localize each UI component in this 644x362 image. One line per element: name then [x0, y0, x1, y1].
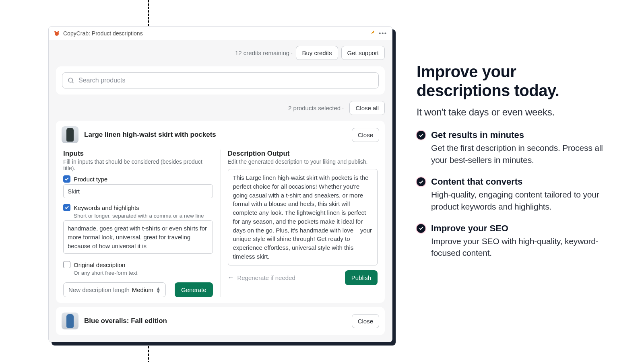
length-select[interactable]: New description length Medium ▲▼: [63, 282, 166, 297]
generate-button[interactable]: Generate: [175, 282, 213, 297]
original-desc-label: Original description: [74, 261, 125, 268]
bullet-title: Improve your SEO: [431, 223, 610, 234]
pin-icon[interactable]: [370, 30, 376, 37]
product-thumbnail: [62, 313, 78, 329]
guide-line-bottom: [148, 342, 149, 362]
product-type-label: Product type: [74, 176, 107, 183]
search-placeholder: Search products: [78, 77, 126, 84]
output-heading: Description Output: [228, 150, 378, 158]
keywords-label: Keywords and highlights: [74, 204, 139, 211]
product-header: Large linen high-waist skirt with pocket…: [62, 126, 379, 143]
product-thumbnail: [62, 126, 78, 143]
credits-remaining: 12 credits remaining ·: [235, 49, 293, 56]
svg-point-2: [58, 31, 59, 33]
check-circle-icon: [417, 224, 425, 233]
bullet-body: Improve your SEO with high-quality, keyw…: [431, 235, 610, 259]
get-support-button[interactable]: Get support: [341, 46, 385, 60]
svg-point-3: [68, 78, 73, 82]
original-desc-checkbox[interactable]: [63, 261, 70, 268]
regenerate-label: Regenerate if needed: [237, 274, 295, 281]
product-card-2: Blue overalls: Fall edition Close: [56, 307, 385, 335]
promo-bullet: Get results in minutes Get the first des…: [417, 130, 610, 166]
promo-bullet: Improve your SEO Improve your SEO with h…: [417, 223, 610, 259]
app-icon: [54, 30, 60, 37]
search-input[interactable]: Search products: [62, 72, 379, 88]
check-circle-icon: [417, 131, 425, 140]
close-all-button[interactable]: Close all: [349, 101, 385, 115]
selection-count: 2 products selected ·: [288, 105, 344, 111]
length-prefix: New description length: [68, 286, 130, 293]
canvas: CopyCrab: Product descriptions ••• 12 cr…: [0, 0, 644, 362]
output-column: Description Output Edit the generated de…: [221, 150, 380, 297]
keywords-checkbox[interactable]: [63, 204, 70, 211]
app-title: CopyCrab: Product descriptions: [63, 30, 143, 37]
search-icon: [67, 77, 74, 84]
length-value: Medium: [132, 286, 153, 293]
original-desc-hint: Or any short free-form text: [74, 270, 213, 276]
output-textarea[interactable]: This Large linen high-waist skirt with p…: [228, 169, 378, 265]
publish-button[interactable]: Publish: [345, 270, 378, 285]
check-circle-icon: [417, 177, 425, 186]
regenerate-link[interactable]: ← Regenerate if needed: [228, 274, 295, 281]
product-title: Blue overalls: Fall edition: [84, 317, 346, 325]
inputs-heading: Inputs: [63, 150, 213, 158]
close-product-button[interactable]: Close: [352, 314, 379, 328]
bullet-body: Get the first description in seconds. Pr…: [431, 142, 610, 166]
promo-subheading: It won't take days or even weeks.: [417, 107, 610, 118]
inputs-column: Inputs Fill in inputs that should be con…: [62, 150, 221, 297]
product-header: Blue overalls: Fall edition Close: [62, 313, 379, 329]
sort-icon: ▲▼: [156, 287, 161, 293]
product-type-input[interactable]: [63, 184, 213, 198]
bullet-title: Get results in minutes: [431, 130, 610, 140]
arrow-left-icon: ←: [228, 274, 234, 281]
inputs-subheading: Fill in inputs that should be considered…: [63, 158, 213, 171]
close-product-button[interactable]: Close: [352, 128, 379, 142]
product-type-checkbox[interactable]: [63, 175, 70, 183]
keywords-textarea[interactable]: [63, 220, 213, 254]
promo-heading: Improve your descriptions today.: [417, 62, 610, 100]
more-menu-icon[interactable]: •••: [379, 30, 387, 37]
topbar: 12 credits remaining · Buy credits Get s…: [49, 40, 392, 64]
svg-point-1: [54, 31, 56, 33]
promo-bullet: Content that converts High-quality, enga…: [417, 177, 610, 213]
bullet-body: High-quality, engaging content tailored …: [431, 189, 610, 213]
keywords-hint: Short or longer, separated with a comma …: [74, 213, 213, 219]
output-subheading: Edit the generated description to your l…: [228, 158, 378, 165]
app-panel: CopyCrab: Product descriptions ••• 12 cr…: [48, 26, 392, 342]
search-card: Search products: [56, 66, 385, 95]
guide-line-top: [148, 0, 149, 26]
titlebar: CopyCrab: Product descriptions •••: [49, 27, 392, 40]
selection-row: 2 products selected · Close all: [49, 99, 392, 119]
buy-credits-button[interactable]: Buy credits: [296, 46, 338, 60]
product-card-1: Large linen high-waist skirt with pocket…: [56, 121, 385, 303]
product-title: Large linen high-waist skirt with pocket…: [84, 131, 346, 139]
bullet-title: Content that converts: [431, 177, 610, 187]
svg-line-4: [72, 82, 73, 83]
promo-panel: Improve your descriptions today. It won'…: [417, 62, 610, 269]
